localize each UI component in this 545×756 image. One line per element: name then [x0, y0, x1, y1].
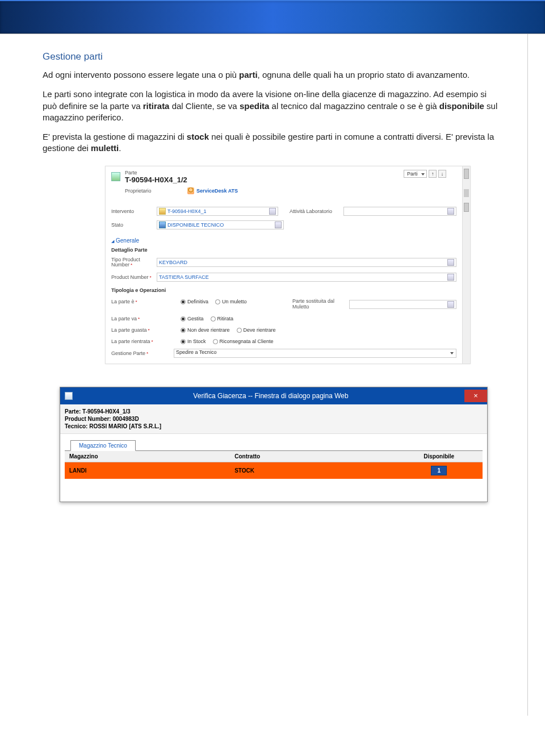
owner-label: Proprietario: [125, 188, 187, 194]
entity-icon: [111, 172, 120, 181]
col-disponibile: Disponibile: [395, 451, 483, 462]
record-icon: [159, 208, 166, 215]
stato-input[interactable]: DISPONIBILE TECNICO: [157, 220, 284, 229]
tipo-pn-label: Tipo Product Number: [111, 257, 157, 269]
la-parte-va-label: La parte va: [111, 316, 174, 321]
lookup-icon[interactable]: [447, 301, 454, 308]
entity-label: Parte: [125, 170, 187, 176]
la-parte-rientrata-label: La parte rientrata: [111, 339, 174, 344]
radio-definitiva[interactable]: Definitiva: [181, 299, 208, 304]
tipo-pn-input[interactable]: KEYBOARD: [157, 258, 456, 267]
lookup-icon[interactable]: [269, 208, 276, 215]
crm-form-screenshot: Parte T-90594-H0X4_1/2 Parti ↑ ↓ Proprie…: [105, 166, 471, 365]
intervento-value[interactable]: T-90594-H0X4_1: [167, 208, 207, 214]
dialog-parte: Parte: T-90594-H0X4_1/3: [65, 408, 131, 415]
stato-value[interactable]: DISPONIBILE TECNICO: [167, 222, 224, 228]
la-parte-guasta-label: La parte guasta: [111, 327, 174, 333]
pn-label: Product Number: [111, 274, 157, 280]
dialog-titlebar: Verifica Giacenza -- Finestra di dialogo…: [60, 387, 487, 404]
tab-strip: Magazzino Tecnico: [65, 440, 483, 451]
stato-label: Stato: [111, 222, 157, 228]
col-contratto: Contratto: [230, 451, 395, 462]
status-icon: [159, 222, 166, 228]
paragraph-1: Ad ogni intervento possono essere legate…: [43, 69, 499, 81]
cell-contratto: STOCK: [230, 464, 395, 477]
page-content: Gestione parti Ad ogni intervento posson…: [0, 34, 528, 716]
parte-sost-label: Parte sostituita dal Muletto: [292, 299, 349, 310]
gestione-parte-label: Gestione Parte: [111, 350, 174, 356]
tipo-pn-value[interactable]: KEYBOARD: [159, 260, 187, 265]
radio-ritirata[interactable]: Ritirata: [211, 316, 234, 321]
sub-dettaglio: Dettaglio Parte: [111, 247, 456, 253]
gestione-parte-select[interactable]: Spedire a Tecnico: [174, 349, 456, 358]
page-icon: [65, 392, 73, 400]
owner-link[interactable]: ServiceDesk ATS: [196, 188, 238, 194]
col-magazzino: Magazzino: [65, 451, 230, 462]
intervento-label: Intervento: [111, 208, 157, 214]
nav-down-button[interactable]: ↓: [438, 170, 446, 178]
paragraph-3: E' prevista la gestione di magazzini di …: [43, 131, 499, 154]
dialog-tecnico: Tecnico: ROSSI MARIO [ATS S.R.L.]: [65, 423, 161, 429]
close-button[interactable]: ×: [464, 390, 487, 402]
sub-tipologia: Tipologia e Operazioni: [111, 287, 456, 293]
radio-in-stock[interactable]: In Stock: [181, 339, 206, 344]
la-parte-e-label: La parte è: [111, 299, 174, 304]
paragraph-2: Le parti sono integrate con la logistica…: [43, 89, 499, 123]
lookup-icon[interactable]: [447, 259, 454, 266]
section-generale[interactable]: Generale: [111, 237, 456, 244]
parte-sost-input[interactable]: [349, 300, 456, 309]
dialog-title-text: Verifica Giacenza -- Finestra di dialogo…: [77, 392, 464, 400]
dialog-pn: Product Number: 0004983D: [65, 416, 139, 422]
tab-magazzino-tecnico[interactable]: Magazzino Tecnico: [70, 440, 136, 451]
grid-header: Magazzino Contratto Disponibile: [65, 451, 483, 462]
dialog-header-info: Parte: T-90594-H0X4_1/3 Product Number: …: [60, 404, 487, 434]
grid-row[interactable]: LANDI STOCK 1: [65, 462, 483, 479]
intervento-input[interactable]: T-90594-H0X4_1: [157, 207, 278, 216]
radio-gestita[interactable]: Gestita: [181, 316, 204, 321]
lookup-icon[interactable]: [447, 208, 454, 215]
pn-input[interactable]: TASTIERA SURFACE: [157, 273, 456, 282]
record-title: T-90594-H0X4_1/2: [125, 176, 187, 184]
lookup-icon[interactable]: [447, 274, 454, 281]
radio-non-rientrare[interactable]: Non deve rientrare: [181, 327, 230, 333]
radio-deve-rientrare[interactable]: Deve rientrare: [237, 327, 276, 333]
nav-up-button[interactable]: ↑: [429, 170, 437, 178]
user-icon: [187, 187, 194, 194]
scroll-up-icon[interactable]: [464, 169, 469, 179]
cell-magazzino: LANDI: [65, 464, 230, 477]
scrollbar[interactable]: [462, 166, 470, 364]
attivita-label: Attività Laboratorio: [290, 208, 343, 214]
radio-un-muletto[interactable]: Un muletto: [215, 299, 247, 304]
scroll-thumb[interactable]: [464, 189, 469, 197]
lookup-icon[interactable]: [275, 222, 282, 228]
attivita-input[interactable]: [343, 207, 456, 216]
verify-dialog: Verifica Giacenza -- Finestra di dialogo…: [60, 387, 488, 502]
related-dropdown[interactable]: Parti: [404, 170, 427, 178]
pn-value[interactable]: TASTIERA SURFACE: [159, 274, 209, 280]
header-banner: [0, 0, 545, 34]
radio-riconsegnata[interactable]: Riconsegnata al Cliente: [213, 339, 274, 344]
scroll-up-icon[interactable]: [464, 203, 469, 212]
cell-qty[interactable]: 1: [431, 466, 447, 475]
section-heading: Gestione parti: [43, 51, 499, 62]
